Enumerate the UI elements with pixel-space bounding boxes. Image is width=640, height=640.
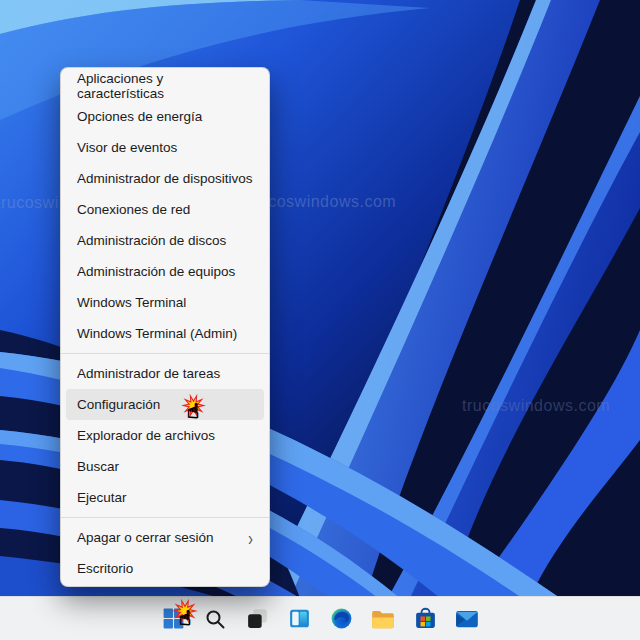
windows-logo-icon [161, 606, 186, 631]
menu-item-apps-features[interactable]: Aplicaciones y características [66, 70, 264, 101]
desktop: trucoswindows.com trucoswindows.com truc… [0, 0, 640, 640]
menu-item-label: Windows Terminal [77, 295, 186, 310]
widgets-icon [287, 606, 312, 631]
menu-item-label: Escritorio [77, 561, 133, 576]
watermark-text: trucoswindows.com [248, 193, 396, 211]
menu-item-settings[interactable]: Configuración [66, 389, 264, 420]
menu-item-label: Explorador de archivos [77, 428, 215, 443]
watermark-text: trucoswindows.com [462, 397, 610, 415]
store-button[interactable] [411, 605, 439, 633]
folder-icon [370, 606, 396, 632]
menu-item-device-manager[interactable]: Administrador de dispositivos [66, 163, 264, 194]
menu-item-label: Administrador de dispositivos [77, 171, 253, 186]
menu-item-label: Buscar [77, 459, 119, 474]
submenu-chevron-icon: › [248, 528, 253, 548]
search-icon [203, 607, 227, 631]
menu-item-event-viewer[interactable]: Visor de eventos [66, 132, 264, 163]
mail-button[interactable] [453, 605, 481, 633]
menu-item-label: Windows Terminal (Admin) [77, 326, 237, 341]
edge-icon [329, 606, 354, 631]
menu-item-label: Opciones de energía [77, 109, 202, 124]
file-explorer-button[interactable] [369, 605, 397, 633]
menu-item-label: Administración de equipos [77, 264, 235, 279]
taskbar [0, 596, 640, 640]
menu-item-windows-terminal[interactable]: Windows Terminal [66, 287, 264, 318]
menu-separator [61, 353, 269, 354]
menu-item-label: Administrador de tareas [77, 366, 220, 381]
menu-item-label: Configuración [77, 397, 160, 412]
menu-item-network-connections[interactable]: Conexiones de red [66, 194, 264, 225]
menu-item-computer-management[interactable]: Administración de equipos [66, 256, 264, 287]
store-icon [413, 606, 438, 631]
menu-item-run[interactable]: Ejecutar [66, 482, 264, 513]
task-view-icon [245, 606, 270, 631]
menu-item-search[interactable]: Buscar [66, 451, 264, 482]
winx-context-menu: Aplicaciones y característicasOpciones d… [60, 67, 270, 587]
menu-item-desktop[interactable]: Escritorio [66, 553, 264, 584]
menu-item-disk-management[interactable]: Administración de discos [66, 225, 264, 256]
menu-item-label: Aplicaciones y características [77, 71, 253, 101]
menu-item-shutdown-signout[interactable]: Apagar o cerrar sesión› [66, 522, 264, 553]
mail-icon [454, 606, 480, 632]
widgets-button[interactable] [285, 605, 313, 633]
menu-item-file-explorer[interactable]: Explorador de archivos [66, 420, 264, 451]
task-view-button[interactable] [243, 605, 271, 633]
menu-item-label: Visor de eventos [77, 140, 177, 155]
menu-item-label: Conexiones de red [77, 202, 190, 217]
menu-item-windows-terminal-admin[interactable]: Windows Terminal (Admin) [66, 318, 264, 349]
menu-item-task-manager[interactable]: Administrador de tareas [66, 358, 264, 389]
taskbar-search-button[interactable] [201, 605, 229, 633]
menu-separator [61, 517, 269, 518]
menu-item-power-options[interactable]: Opciones de energía [66, 101, 264, 132]
menu-item-label: Apagar o cerrar sesión [77, 530, 214, 545]
menu-item-label: Administración de discos [77, 233, 226, 248]
edge-button[interactable] [327, 605, 355, 633]
start-button[interactable] [159, 605, 187, 633]
menu-item-label: Ejecutar [77, 490, 127, 505]
